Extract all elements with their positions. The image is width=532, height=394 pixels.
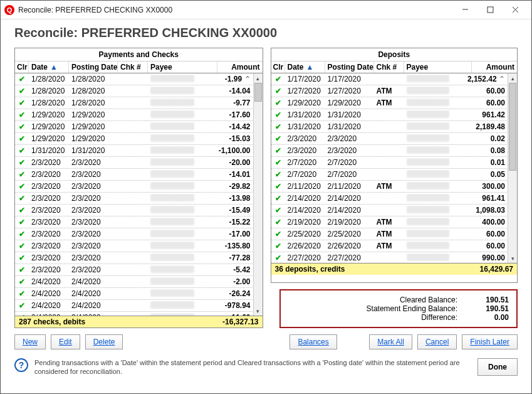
checkmark-icon[interactable]: ✔	[275, 206, 281, 215]
minimize-button[interactable]	[452, 1, 477, 19]
finish-later-button[interactable]: Finish Later	[462, 334, 518, 349]
checkmark-icon[interactable]: ✔	[19, 289, 25, 298]
scroll-down-icon[interactable]: ▾	[254, 306, 263, 316]
maximize-button[interactable]	[477, 1, 503, 19]
col-chk[interactable]: Chk #	[374, 61, 404, 73]
table-row[interactable]: ✔1/31/20201/31/20202,189.48	[271, 121, 518, 133]
table-row[interactable]: ✔2/25/20202/25/2020ATM60.00	[271, 228, 518, 240]
scroll-track[interactable]	[254, 83, 263, 306]
table-row[interactable]: ✔2/4/20202/4/2020-978.94	[15, 300, 263, 312]
checkmark-icon[interactable]: ✔	[19, 87, 25, 95]
checkmark-icon[interactable]: ✔	[275, 242, 281, 250]
table-row[interactable]: ✔2/19/20202/19/2020ATM400.00	[271, 216, 518, 228]
table-row[interactable]: ✔2/3/20202/3/2020-14.01	[15, 169, 263, 181]
checkmark-icon[interactable]: ✔	[19, 301, 25, 310]
checkmark-icon[interactable]: ✔	[19, 253, 25, 262]
done-button[interactable]: Done	[477, 358, 518, 376]
table-row[interactable]: ✔2/3/20202/3/2020-17.00	[15, 228, 263, 240]
checkmark-icon[interactable]: ✔	[19, 206, 25, 215]
table-row[interactable]: ✔2/3/20202/3/2020-15.22	[15, 216, 263, 228]
checkmark-icon[interactable]: ✔	[19, 277, 25, 286]
edit-button[interactable]: Edit	[51, 334, 80, 349]
checkmark-icon[interactable]: ✔	[275, 134, 281, 143]
table-row[interactable]: ✔2/3/20202/3/2020-20.00	[15, 157, 263, 169]
checkmark-icon[interactable]: ✔	[275, 158, 281, 167]
table-row[interactable]: ✔1/29/20201/29/2020-15.03	[15, 133, 263, 145]
checkmark-icon[interactable]: ✔	[275, 98, 281, 107]
payments-rows[interactable]: ✔1/28/20201/28/2020-1.99 ⌃✔1/28/20201/28…	[15, 73, 263, 316]
checkmark-icon[interactable]: ✔	[275, 182, 281, 191]
table-row[interactable]: ✔1/29/20201/29/2020-17.60	[15, 109, 263, 121]
scroll-thumb[interactable]	[509, 83, 516, 171]
col-amount[interactable]: Amount	[472, 61, 517, 73]
scroll-track[interactable]	[508, 83, 517, 253]
col-clr[interactable]: Clr	[15, 61, 29, 73]
table-row[interactable]: ✔2/11/20202/11/2020ATM300.00	[271, 181, 518, 193]
checkmark-icon[interactable]: ✔	[19, 158, 25, 167]
cancel-button[interactable]: Cancel	[417, 334, 457, 349]
table-row[interactable]: ✔2/27/20202/27/2020990.00	[271, 252, 518, 263]
table-row[interactable]: ✔2/3/20202/3/2020-5.42	[15, 264, 263, 276]
col-date[interactable]: Date▲	[29, 61, 69, 73]
scroll-up-icon[interactable]: ▴	[254, 73, 263, 83]
checkmark-icon[interactable]: ✔	[275, 170, 281, 179]
checkmark-icon[interactable]: ✔	[19, 170, 25, 179]
table-row[interactable]: ✔2/3/20202/3/20200.02	[271, 133, 518, 145]
table-row[interactable]: ✔1/17/20201/17/20202,152.42 ⌃	[271, 73, 518, 85]
checkmark-icon[interactable]: ✔	[275, 194, 281, 203]
table-row[interactable]: ✔1/27/20201/27/2020ATM60.00	[271, 85, 518, 97]
col-posting[interactable]: Posting Date	[325, 61, 374, 73]
checkmark-icon[interactable]: ✔	[275, 146, 281, 155]
table-row[interactable]: ✔1/31/20201/31/2020-1,100.00	[15, 145, 263, 157]
mark-all-button[interactable]: Mark All	[369, 334, 412, 349]
checkmark-icon[interactable]: ✔	[19, 242, 25, 250]
col-chk[interactable]: Chk #	[118, 61, 148, 73]
table-row[interactable]: ✔2/26/20202/26/2020ATM60.00	[271, 240, 518, 252]
delete-button[interactable]: Delete	[85, 334, 123, 349]
checkmark-icon[interactable]: ✔	[19, 194, 25, 203]
table-row[interactable]: ✔1/29/20201/29/2020-14.42	[15, 121, 263, 133]
col-amount[interactable]: Amount	[217, 61, 263, 73]
table-row[interactable]: ✔1/31/20201/31/2020961.42	[271, 109, 518, 121]
checkmark-icon[interactable]: ✔	[19, 98, 25, 107]
table-row[interactable]: ✔2/14/20202/14/20201,098.03	[271, 205, 518, 216]
checkmark-icon[interactable]: ✔	[19, 265, 25, 274]
table-row[interactable]: ✔1/28/20201/28/2020-9.77	[15, 97, 263, 109]
checkmark-icon[interactable]: ✔	[275, 110, 281, 119]
checkmark-icon[interactable]: ✔	[275, 253, 281, 262]
checkmark-icon[interactable]: ✔	[275, 230, 281, 238]
scroll-thumb[interactable]	[254, 83, 262, 102]
checkmark-icon[interactable]: ✔	[19, 230, 25, 238]
table-row[interactable]: ✔2/3/20202/3/20200.08	[271, 145, 518, 157]
scroll-down-icon[interactable]: ▾	[508, 253, 517, 263]
table-row[interactable]: ✔2/7/20202/7/20200.05	[271, 169, 518, 181]
col-posting[interactable]: Posting Date	[69, 61, 118, 73]
checkmark-icon[interactable]: ✔	[19, 75, 25, 83]
checkmark-icon[interactable]: ✔	[275, 75, 281, 83]
col-payee[interactable]: Payee	[404, 61, 472, 73]
col-date[interactable]: Date▲	[285, 61, 325, 73]
table-row[interactable]: ✔1/29/20201/29/2020ATM60.00	[271, 97, 518, 109]
checkmark-icon[interactable]: ✔	[19, 122, 25, 131]
checkmark-icon[interactable]: ✔	[19, 110, 25, 119]
col-clr[interactable]: Clr	[271, 61, 285, 73]
table-row[interactable]: ✔2/14/20202/14/2020961.41	[271, 193, 518, 205]
deposits-rows[interactable]: ✔1/17/20201/17/20202,152.42 ⌃✔1/27/20201…	[271, 73, 518, 263]
checkmark-icon[interactable]: ✔	[19, 218, 25, 226]
checkmark-icon[interactable]: ✔	[19, 134, 25, 143]
table-row[interactable]: ✔1/28/20201/28/2020-1.99 ⌃	[15, 73, 263, 85]
table-row[interactable]: ✔2/3/20202/3/2020-29.82	[15, 181, 263, 193]
col-payee[interactable]: Payee	[148, 61, 217, 73]
table-row[interactable]: ✔1/28/20201/28/2020-14.04	[15, 85, 263, 97]
checkmark-icon[interactable]: ✔	[19, 313, 25, 316]
table-row[interactable]: ✔2/4/20202/4/2020-11.60	[15, 312, 263, 316]
table-row[interactable]: ✔2/4/20202/4/2020-26.24	[15, 288, 263, 300]
deposits-scrollbar[interactable]: ▴ ▾	[508, 73, 517, 263]
scroll-up-icon[interactable]: ▴	[508, 73, 517, 83]
table-row[interactable]: ✔2/3/20202/3/2020-135.80	[15, 240, 263, 252]
checkmark-icon[interactable]: ✔	[275, 122, 281, 131]
new-button[interactable]: New	[14, 334, 46, 349]
table-row[interactable]: ✔2/4/20202/4/2020-2.00	[15, 276, 263, 288]
close-button[interactable]	[503, 1, 528, 19]
table-row[interactable]: ✔2/3/20202/3/2020-15.49	[15, 205, 263, 216]
